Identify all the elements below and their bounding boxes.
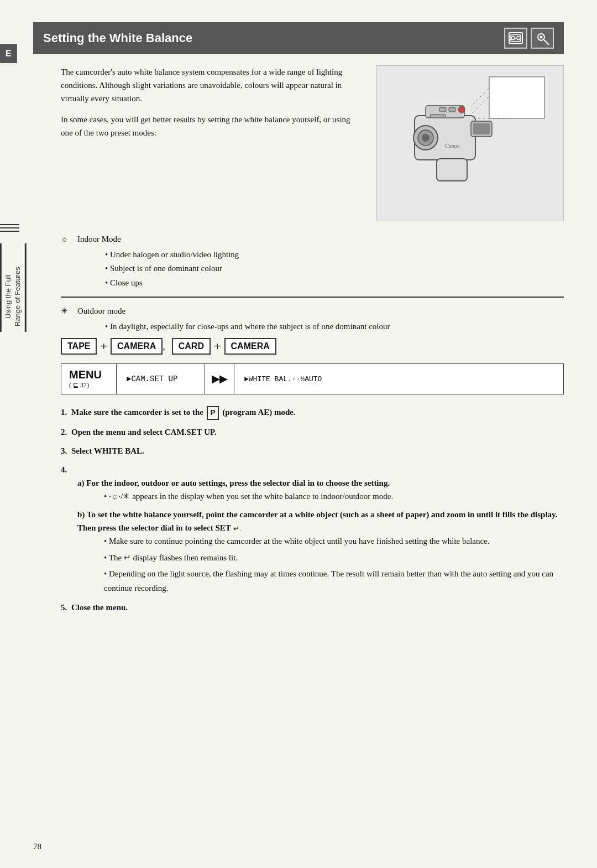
step-5-text: Close the menu.: [71, 603, 128, 612]
header-bar: Setting the White Balance: [33, 22, 564, 54]
camcorder-svg: Canon: [381, 66, 558, 221]
step-4a-bold-text: For the indoor, outdoor or auto settings…: [86, 479, 390, 487]
intro-section: The camcorder's auto white balance syste…: [61, 65, 564, 221]
menu-white-bal-cell: ►WHITE BAL.··½AUTO: [234, 364, 563, 394]
step-4: 4. a) For the indoor, outdoor or auto se…: [61, 463, 564, 596]
menu-white-bal: ►WHITE BAL.··½AUTO: [244, 375, 322, 383]
svg-rect-21: [439, 107, 446, 112]
intro-paragraph-2: In some cases, you will get better resul…: [61, 113, 359, 139]
step-1-text-before: Make sure the camcorder is set to the: [71, 408, 206, 417]
step-5: 5. Close the menu.: [61, 601, 564, 614]
svg-rect-22: [449, 107, 455, 112]
camera2-badge: CAMERA: [224, 338, 276, 355]
indoor-mode-item: ☼ Indoor Mode: [61, 232, 564, 247]
set-icon: ↵.: [233, 523, 242, 535]
step-4b-bold-text: To set the white balance yourself, point…: [77, 510, 557, 532]
step-4b-bullet-2: The ↵ display flashes then remains lit.: [104, 551, 564, 565]
side-lines-decoration: [0, 224, 19, 234]
camera1-badge: CAMERA: [111, 338, 163, 355]
step-4-num: 4.: [61, 465, 67, 474]
camcorder-image: Canon: [376, 65, 564, 221]
outdoor-mode-label: Outdoor mode: [77, 304, 125, 319]
e-badge: E: [0, 44, 17, 63]
side-label-text: Using the FullRange of Features: [4, 267, 23, 326]
outdoor-symbol: ✳: [61, 304, 77, 319]
step-2-num: 2.: [61, 428, 67, 436]
svg-text:Canon: Canon: [445, 143, 460, 149]
section-divider: [61, 297, 564, 298]
step-4b-prefix: b): [77, 510, 87, 519]
mode-badges-row: TAPE + CAMERA , CARD + CAMERA: [61, 338, 564, 355]
svg-rect-18: [473, 123, 490, 134]
side-label: Using the FullRange of Features: [0, 243, 27, 332]
indoor-bullet-1: Under halogen or studio/video lighting: [105, 248, 564, 262]
outdoor-mode-section: ✳ Outdoor mode In daylight, especially f…: [61, 304, 564, 334]
menu-cam-cell: ►CAM.SET UP: [117, 364, 205, 394]
step-4a-bullets: ·☼·/✳ appears in the display when you se…: [104, 490, 564, 504]
outdoor-mode-item: ✳ Outdoor mode: [61, 304, 564, 319]
page-number: 78: [33, 842, 41, 851]
prog-p-icon: P: [207, 406, 219, 420]
intro-paragraph-1: The camcorder's auto white balance syste…: [61, 65, 359, 105]
menu-row: MENU ( ⊑ 37) ►CAM.SET UP ▶▶ ►WHITE BAL.·…: [61, 363, 564, 394]
svg-point-23: [458, 106, 465, 113]
tape-badge: TAPE: [61, 338, 97, 355]
svg-line-10: [473, 88, 489, 105]
indoor-bullet-3: Close ups: [105, 276, 564, 290]
svg-point-2: [511, 37, 515, 40]
mode-list: ☼ Indoor Mode Under halogen or studio/vi…: [61, 232, 564, 290]
tape-svg-icon: [508, 30, 523, 46]
svg-point-15: [422, 134, 430, 142]
indoor-bullets: Under halogen or studio/video lighting S…: [105, 248, 564, 290]
svg-point-3: [517, 37, 520, 40]
tape-icon: [504, 28, 527, 49]
svg-line-9: [473, 96, 489, 113]
double-arrow-icon: ▶▶: [212, 373, 227, 385]
svg-rect-19: [437, 159, 467, 181]
menu-arrow-cell: ▶▶: [205, 364, 234, 394]
step-2-text: Open the menu and select CAM.SET UP.: [71, 428, 217, 436]
comma-separator: ,: [163, 341, 165, 352]
key-svg-icon: [535, 30, 550, 46]
key-icon: [531, 28, 554, 49]
svg-rect-8: [489, 77, 544, 118]
svg-rect-24: [430, 115, 446, 118]
menu-page-ref: ( ⊑ 37): [69, 381, 89, 389]
svg-line-6: [544, 40, 549, 45]
outdoor-bullets: In daylight, especially for close-ups an…: [105, 320, 564, 334]
indoor-symbol: ☼: [61, 232, 77, 247]
step-3: 3. Select WHITE BAL.: [61, 444, 564, 458]
step-4a: a) For the indoor, outdoor or auto setti…: [77, 476, 564, 504]
step-4b-bullets: Make sure to continue pointing the camco…: [104, 534, 564, 595]
step-4b-bullet-1: Make sure to continue pointing the camco…: [104, 534, 564, 549]
step-1-num: 1.: [61, 408, 67, 417]
menu-label: MENU: [69, 368, 102, 381]
steps-section: 1. Make sure the camcorder is set to the…: [61, 406, 564, 614]
step-4a-bullet-1: ·☼·/✳ appears in the display when you se…: [104, 490, 564, 504]
header-icons: [504, 28, 554, 49]
step-4b-bullet-3: Depending on the light source, the flash…: [104, 567, 564, 595]
step-1-text-after: (program AE) mode.: [222, 408, 296, 417]
plus-1: +: [100, 339, 107, 354]
card-badge: CARD: [172, 338, 211, 355]
step-4b: b) To set the white balance yourself, po…: [77, 508, 564, 595]
svg-point-7: [540, 36, 543, 39]
step-3-num: 3.: [61, 446, 67, 455]
plus-2: +: [214, 339, 221, 354]
menu-cam-setup: ►CAM.SET UP: [127, 375, 177, 383]
intro-text: The camcorder's auto white balance syste…: [61, 65, 359, 221]
menu-label-cell: MENU ( ⊑ 37): [61, 364, 117, 394]
step-2: 2. Open the menu and select CAM.SET UP.: [61, 425, 564, 439]
step-3-text: Select WHITE BAL.: [71, 446, 144, 455]
step-4a-text: a): [77, 479, 86, 487]
outdoor-bullet-1: In daylight, especially for close-ups an…: [105, 320, 564, 334]
indoor-mode-label: Indoor Mode: [77, 232, 121, 247]
step-5-num: 5.: [61, 603, 67, 612]
step-1: 1. Make sure the camcorder is set to the…: [61, 406, 564, 420]
indoor-bullet-2: Subject is of one dominant colour: [105, 262, 564, 276]
page-title: Setting the White Balance: [43, 31, 192, 45]
